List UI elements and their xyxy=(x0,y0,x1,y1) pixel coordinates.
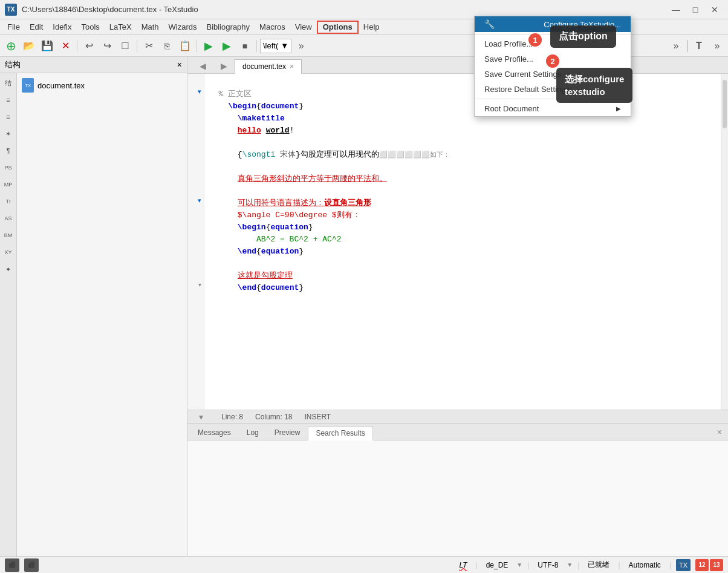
menu-options[interactable]: Options xyxy=(317,21,359,34)
icon-star[interactable]: ✶ xyxy=(1,126,16,141)
window-close-button[interactable]: ✕ xyxy=(706,3,723,16)
lang-dropdown-arrow: ▼ xyxy=(516,562,522,568)
icon-as[interactable]: AS xyxy=(1,211,16,226)
scrollbar-thumb[interactable] xyxy=(723,80,727,128)
more-toolbar-button[interactable]: » xyxy=(293,38,310,54)
icon-lines1[interactable]: ≡ xyxy=(1,93,16,107)
menu-idefix[interactable]: Idefix xyxy=(48,21,76,34)
redo-button[interactable]: ↪ xyxy=(99,38,115,54)
toolbar-sep-1 xyxy=(77,40,77,52)
gutter-more[interactable]: ▾ xyxy=(187,280,201,292)
root-document-label: Root Document xyxy=(484,104,539,113)
menu-help[interactable]: Help xyxy=(359,21,385,34)
new-file-button[interactable]: ⊕ xyxy=(2,38,19,54)
csdn-icon-2[interactable]: 13 xyxy=(710,559,723,571)
formula-label: \left( xyxy=(263,41,278,50)
menu-math[interactable]: Math xyxy=(137,21,164,34)
icon-mp[interactable]: MP xyxy=(1,177,16,192)
menu-file[interactable]: File xyxy=(2,21,25,34)
cut-button[interactable]: ✂ xyxy=(140,38,157,54)
options-context-menu: 🔧 Configure TeXstudio... Load Profile...… xyxy=(474,16,631,117)
icon-ti[interactable]: TI xyxy=(1,194,16,209)
sidebar-file-item[interactable]: TX document.tex xyxy=(19,76,184,95)
language-selector[interactable]: de_DE xyxy=(483,561,512,569)
compile-button[interactable]: ▶ xyxy=(218,38,235,54)
gutter-fold-2[interactable]: ▾ xyxy=(187,195,201,207)
minimize-button[interactable]: — xyxy=(668,3,684,16)
lt-status[interactable]: LT xyxy=(455,561,470,569)
configure-icon: 🔧 xyxy=(484,19,496,29)
bottom-panel: Messages Log Preview Search Results × xyxy=(187,423,728,556)
maximize-button[interactable]: □ xyxy=(687,3,704,16)
menu-edit[interactable]: Edit xyxy=(25,21,48,34)
open-file-button[interactable]: 📂 xyxy=(21,38,37,54)
menu-load-profile[interactable]: Load Profile... xyxy=(475,36,631,51)
menu-root-document[interactable]: Root Document xyxy=(475,101,631,116)
gutter-row-3 xyxy=(187,98,201,110)
toolbar-far-right-more[interactable]: » xyxy=(709,38,726,54)
menu-configure-texstudio[interactable]: 🔧 Configure TeXstudio... xyxy=(475,16,631,32)
menu-save-current-settings[interactable]: Save Current Settings xyxy=(475,67,631,82)
menu-macros[interactable]: Macros xyxy=(255,21,290,34)
gutter-fold-1[interactable]: ▾ xyxy=(187,86,201,98)
gutter-row-12 xyxy=(187,207,201,219)
code-line-triangle1: 真角三角形斜边的平方等于两腰的平法和。 xyxy=(209,174,387,183)
app-icon: TX xyxy=(5,4,17,16)
bottom-panel-close[interactable]: × xyxy=(713,426,726,438)
template-button[interactable]: □ xyxy=(117,38,134,54)
gutter-row-4 xyxy=(187,110,201,122)
bottom-tabs: Messages Log Preview Search Results × xyxy=(187,424,728,440)
icon-bm[interactable]: BM xyxy=(1,228,16,243)
structure-panel-title: 结构 xyxy=(5,59,21,70)
menu-latex[interactable]: LaTeX xyxy=(105,21,137,34)
big-t-button[interactable]: T xyxy=(691,38,707,54)
toolbar-sep-2 xyxy=(137,40,137,52)
save-file-button[interactable]: 💾 xyxy=(39,38,56,54)
app-icon-2[interactable]: ⬛ xyxy=(24,558,39,572)
tab-messages[interactable]: Messages xyxy=(190,425,239,440)
icon-structure[interactable]: 结 xyxy=(1,76,16,90)
load-profile-label: Load Profile... xyxy=(484,39,533,48)
code-editor[interactable]: % 正文区 \begin{document} \maketitle hello … xyxy=(204,74,721,410)
tab-document[interactable]: document.tex × xyxy=(235,59,302,74)
icon-xy[interactable]: XY xyxy=(1,245,16,260)
app-icon-1[interactable]: ⬛ xyxy=(5,558,19,572)
encoding-selector[interactable]: UTF-8 xyxy=(534,561,562,569)
copy-button[interactable]: ⎘ xyxy=(158,38,175,54)
menu-restore-defaults[interactable]: Restore Default Settings... xyxy=(475,82,631,97)
gutter-row-10 xyxy=(187,183,201,195)
menu-view[interactable]: View xyxy=(290,21,317,34)
nav-forward[interactable]: ▶ xyxy=(213,59,235,73)
code-line-theorem: 这就是勾股定理 xyxy=(209,271,293,280)
tab-log[interactable]: Log xyxy=(239,425,267,440)
undo-button[interactable]: ↩ xyxy=(80,38,97,54)
run-latex-button[interactable]: ▶ xyxy=(200,38,217,54)
icon-special[interactable]: ✦ xyxy=(1,262,16,277)
close-file-button[interactable]: ✕ xyxy=(57,38,74,54)
texstudio-logo[interactable]: TX xyxy=(676,559,691,571)
file-type-icon: TX xyxy=(22,78,34,93)
toolbar-right-more[interactable]: » xyxy=(668,38,684,54)
paste-button[interactable]: 📋 xyxy=(177,38,193,54)
auto-status[interactable]: Automatic xyxy=(625,561,665,569)
structure-panel: 结构 × 结 ≡ ≡ ✶ ¶ PS MP TI AS BM XY ✦ xyxy=(0,57,187,556)
structure-panel-close[interactable]: × xyxy=(177,60,182,70)
vertical-scrollbar[interactable] xyxy=(721,74,728,410)
icon-lines2[interactable]: ≡ xyxy=(1,110,16,124)
icon-ps[interactable]: PS xyxy=(1,160,16,175)
editor-tabs: ◀ ▶ document.tex × xyxy=(187,57,728,74)
icon-para[interactable]: ¶ xyxy=(1,143,16,158)
stop-button[interactable]: ■ xyxy=(236,38,253,54)
formula-dropdown[interactable]: \left( ▼ xyxy=(260,39,291,53)
status-mode: INSERT xyxy=(304,413,331,421)
tab-preview[interactable]: Preview xyxy=(267,425,308,440)
menu-save-profile[interactable]: Save Profile... xyxy=(475,51,631,67)
menu-bibliography[interactable]: Bibliography xyxy=(202,21,255,34)
menu-wizards[interactable]: Wizards xyxy=(164,21,202,34)
tab-search-results[interactable]: Search Results xyxy=(308,426,372,440)
structure-panel-header: 结构 × xyxy=(0,57,187,73)
menu-tools[interactable]: Tools xyxy=(76,21,104,34)
csdn-icon-1[interactable]: 12 xyxy=(695,559,709,571)
tab-close-button[interactable]: × xyxy=(290,62,294,71)
nav-back[interactable]: ◀ xyxy=(192,59,213,73)
